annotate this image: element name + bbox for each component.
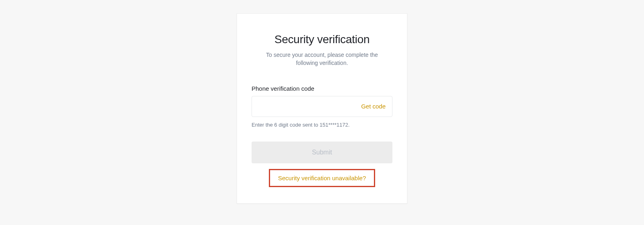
page-title: Security verification xyxy=(252,33,392,46)
verification-code-input[interactable] xyxy=(258,96,361,117)
page-subtitle: To secure your account, please complete … xyxy=(252,51,392,67)
verification-card: Security verification To secure your acc… xyxy=(237,13,407,204)
get-code-button[interactable]: Get code xyxy=(361,103,386,110)
submit-button[interactable]: Submit xyxy=(252,142,392,163)
security-unavailable-link[interactable]: Security verification unavailable? xyxy=(269,169,375,187)
helper-text: Enter the 6 digit code sent to 151****11… xyxy=(252,122,392,128)
code-field-label: Phone verification code xyxy=(252,85,392,92)
unavailable-link-wrapper: Security verification unavailable? xyxy=(252,169,392,187)
code-input-wrapper: Get code xyxy=(252,96,392,117)
